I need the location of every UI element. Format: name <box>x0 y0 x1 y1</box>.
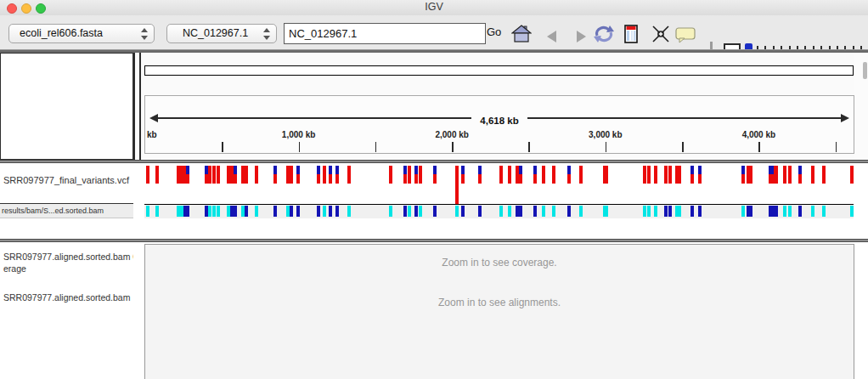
back-button[interactable] <box>541 27 561 48</box>
variant-bar[interactable] <box>675 166 681 184</box>
genotype-bar[interactable] <box>317 206 320 217</box>
variant-bar[interactable] <box>414 166 418 184</box>
variant-bar[interactable] <box>146 166 149 184</box>
genotype-bar[interactable] <box>212 206 216 217</box>
variant-bar[interactable] <box>664 166 668 184</box>
genotype-bar[interactable] <box>690 206 694 217</box>
genotype-bar[interactable] <box>403 206 407 217</box>
variant-bar[interactable] <box>643 166 646 184</box>
genotype-bar[interactable] <box>155 206 159 217</box>
variant-bar[interactable] <box>296 166 300 184</box>
variant-bar[interactable] <box>822 166 826 184</box>
locus-input[interactable] <box>284 23 486 44</box>
genotype-bar[interactable] <box>508 206 511 217</box>
genotype-bar[interactable] <box>654 206 657 217</box>
variant-bar[interactable] <box>603 166 608 184</box>
genotype-bar[interactable] <box>698 206 702 217</box>
forward-button[interactable] <box>571 27 591 48</box>
genotype-bar[interactable] <box>783 206 786 217</box>
genotype-bar[interactable] <box>414 206 418 217</box>
variant-bar[interactable] <box>186 166 189 184</box>
variant-bar[interactable] <box>478 166 482 184</box>
title-bar[interactable]: IGV <box>0 0 868 16</box>
genotype-bar[interactable] <box>290 206 293 217</box>
coverage-track-label-wrap[interactable]: erage <box>3 263 26 274</box>
genotype-bar[interactable] <box>347 206 351 217</box>
refresh-button[interactable] <box>594 24 614 44</box>
variant-bar[interactable] <box>668 166 672 184</box>
variant-bar[interactable] <box>567 166 571 184</box>
variant-bar[interactable] <box>542 166 545 184</box>
home-button[interactable] <box>511 24 532 44</box>
genotype-bar[interactable] <box>567 206 571 217</box>
genotype-bar[interactable] <box>186 206 189 217</box>
genotype-bar[interactable] <box>455 206 459 217</box>
variant-bar[interactable] <box>552 166 555 184</box>
genotype-bar[interactable] <box>208 206 211 217</box>
variant-bar[interactable] <box>741 166 745 184</box>
go-button[interactable]: Go <box>487 25 501 38</box>
variant-bar[interactable] <box>798 166 802 184</box>
genotype-bar[interactable] <box>741 206 745 217</box>
genotype-bar[interactable] <box>146 206 149 217</box>
variant-bar[interactable] <box>335 166 339 184</box>
genotype-bar[interactable] <box>542 206 545 217</box>
genotype-bar[interactable] <box>850 206 854 217</box>
genotype-bar[interactable] <box>603 206 608 217</box>
tooltip-toggle-button[interactable] <box>674 24 695 44</box>
genotype-bar[interactable] <box>335 206 339 217</box>
variant-bar[interactable] <box>245 166 248 184</box>
genotype-bar[interactable] <box>675 206 681 217</box>
genotype-bar[interactable] <box>408 206 411 217</box>
variant-bar[interactable] <box>217 166 220 184</box>
alignment-data-panel[interactable]: Zoom in to see coverage. Zoom in to see … <box>144 244 854 379</box>
genotype-bar[interactable] <box>323 206 326 217</box>
genotype-bar[interactable] <box>245 206 248 217</box>
variant-bar[interactable] <box>212 166 216 184</box>
chromosome-select[interactable]: NC_012967.1 <box>166 24 277 43</box>
genotype-bar[interactable] <box>774 206 778 217</box>
genotype-bar[interactable] <box>461 206 465 217</box>
genotype-bar[interactable] <box>255 206 258 217</box>
region-of-interest-button[interactable] <box>621 24 641 44</box>
vcf-track-label[interactable]: SRR097977_final_variants.vcf <box>3 175 131 185</box>
genotype-bar[interactable] <box>798 206 802 217</box>
fit-to-window-button[interactable] <box>651 24 671 44</box>
variant-bar[interactable] <box>234 166 237 184</box>
genotype-bar[interactable] <box>788 206 792 217</box>
genotype-bar[interactable] <box>822 206 826 217</box>
variant-bar[interactable] <box>389 166 392 184</box>
variant-bar[interactable] <box>499 166 503 184</box>
variant-bar[interactable] <box>783 166 786 184</box>
variant-bar[interactable] <box>850 166 854 184</box>
variant-bar[interactable] <box>811 166 814 184</box>
variant-bar[interactable] <box>455 166 459 204</box>
variant-bar[interactable] <box>155 166 159 184</box>
alignment-track-label[interactable]: SRR097977.aligned.sorted.bam <box>3 292 133 303</box>
genotype-bar[interactable] <box>217 206 220 217</box>
variant-bar[interactable] <box>519 166 522 184</box>
genotype-bar[interactable] <box>519 206 522 217</box>
genotype-bar[interactable] <box>643 206 646 217</box>
variant-bar[interactable] <box>654 166 657 184</box>
vcf-sample-label-row[interactable]: results/bam/S...ed.sorted.bam <box>0 204 133 218</box>
genotype-bar[interactable] <box>296 206 300 217</box>
variant-bar[interactable] <box>347 166 351 184</box>
genotype-bar[interactable] <box>647 206 651 217</box>
variant-bar[interactable] <box>698 166 702 184</box>
variant-bar[interactable] <box>774 166 778 184</box>
variant-bar[interactable] <box>769 166 774 184</box>
coverage-track-label[interactable]: SRR097977.aligned.sorted.bam C <box>3 252 133 262</box>
genome-ruler[interactable]: 4,618 kb kb1,000 kb2,000 kb3,000 kb4,000… <box>144 95 854 154</box>
variant-bar[interactable] <box>788 166 792 184</box>
variant-bar[interactable] <box>533 166 537 184</box>
variant-bar[interactable] <box>690 166 694 184</box>
variant-bar[interactable] <box>403 166 407 184</box>
variant-bar[interactable] <box>579 166 583 184</box>
variant-bar[interactable] <box>461 166 465 184</box>
genotype-bar[interactable] <box>329 206 332 217</box>
variant-bar[interactable] <box>419 166 422 184</box>
genotype-bar[interactable] <box>579 206 583 217</box>
genotype-bar[interactable] <box>234 206 237 217</box>
genotype-bar[interactable] <box>433 206 437 217</box>
